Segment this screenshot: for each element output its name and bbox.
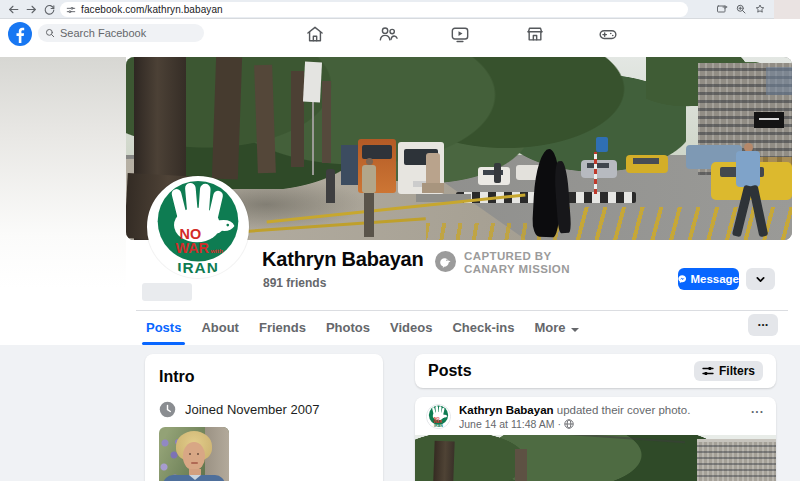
- photo-shape: [364, 193, 374, 237]
- facebook-header: Search Facebook: [0, 19, 800, 57]
- tab-friends[interactable]: Friends: [249, 311, 316, 345]
- photo-shape: [697, 439, 776, 481]
- profile-more-dropdown-button[interactable]: [746, 268, 775, 290]
- gaming-icon[interactable]: [598, 24, 618, 44]
- browser-actions: [716, 3, 766, 15]
- post-menu-button[interactable]: ...: [751, 404, 764, 414]
- logo-word-iran: IRAN: [434, 424, 443, 428]
- browser-forward-icon[interactable]: [25, 3, 38, 16]
- photo-shape: [326, 169, 335, 203]
- photo-shape: [431, 441, 454, 481]
- featured-photo[interactable]: [159, 427, 229, 481]
- tab-posts[interactable]: Posts: [136, 311, 191, 345]
- photo-shape: [189, 453, 191, 455]
- video-icon[interactable]: [450, 24, 470, 44]
- tab-photos[interactable]: Photos: [316, 311, 380, 345]
- photo-shape: [736, 151, 760, 187]
- logo-word-with: with: [209, 247, 223, 254]
- profile-overflow-button[interactable]: ...: [748, 314, 778, 336]
- logo-word-iran: IRAN: [177, 259, 218, 275]
- photo-shape: [754, 112, 784, 128]
- browser-reload-icon[interactable]: [43, 3, 56, 16]
- search-placeholder: Search Facebook: [60, 27, 146, 39]
- message-button[interactable]: Message: [678, 268, 739, 290]
- filters-button[interactable]: Filters: [694, 361, 763, 381]
- loading-placeholder: [142, 283, 192, 301]
- photo-shape: [366, 158, 373, 165]
- photo-shape: [191, 462, 198, 464]
- browser-chrome: facebook.com/kathryn.babayan: [0, 0, 800, 19]
- open-in-window-icon[interactable]: [716, 3, 728, 15]
- profile-name: Kathryn Babayan: [262, 248, 424, 271]
- no-war-logo: NO WAR with IRAN: [150, 179, 246, 275]
- profile-picture[interactable]: NO WAR with IRAN: [147, 176, 249, 278]
- photo-shape: [254, 65, 276, 174]
- post-author[interactable]: Kathryn Babayan: [459, 404, 554, 416]
- posts-header-card: Posts Filters: [415, 354, 776, 388]
- browser-back-icon[interactable]: [7, 3, 20, 16]
- window-edge: [774, 0, 800, 19]
- photo-shape: [515, 449, 527, 481]
- bookmark-star-icon[interactable]: [754, 3, 766, 15]
- post-author-line: Kathryn Babayan updated their cover phot…: [459, 404, 690, 417]
- photo-shape: [291, 71, 304, 167]
- logo-word-no: NO: [434, 416, 440, 421]
- address-bar[interactable]: facebook.com/kathryn.babayan: [60, 2, 688, 17]
- caret-down-icon: [571, 328, 579, 332]
- post-timestamp[interactable]: June 14 at 11:48 AM: [459, 418, 555, 430]
- post-action: updated their cover photo.: [554, 404, 691, 416]
- canary-mission-icon: [435, 251, 456, 272]
- photo-shape: [183, 442, 205, 470]
- facebook-logo-icon[interactable]: [8, 22, 32, 46]
- watermark-line1: CAPTURED BY: [464, 251, 570, 263]
- marketplace-icon[interactable]: [525, 24, 545, 44]
- home-icon[interactable]: [305, 24, 325, 44]
- profile-header-section: NO WAR with IRAN Kathryn Babayan 891 fri…: [0, 57, 800, 345]
- tab-more[interactable]: More: [525, 311, 589, 345]
- post-photo[interactable]: [415, 435, 776, 481]
- page: facebook.com/kathryn.babayan Search Face…: [0, 0, 800, 481]
- photo-shape: [697, 439, 776, 442]
- search-icon: [45, 28, 55, 38]
- globe-icon: [564, 419, 574, 429]
- post-author-avatar[interactable]: NO WAR IRAN: [426, 404, 451, 429]
- photo-shape: [596, 137, 608, 152]
- tab-videos[interactable]: Videos: [380, 311, 442, 345]
- post-header: NO WAR IRAN Kathryn Babayan updated thei…: [415, 397, 776, 430]
- main-content: Intro Joined November 2007: [0, 345, 800, 481]
- watermark-line2: CANARY MISSION: [464, 264, 570, 276]
- photo-shape: [494, 163, 501, 183]
- intro-title: Intro: [159, 368, 369, 386]
- photo-shape: [422, 183, 444, 193]
- posts-title: Posts: [428, 362, 472, 380]
- tab-checkins[interactable]: Check-ins: [442, 311, 524, 345]
- photo-shape: [594, 152, 597, 194]
- watermark: CAPTURED BY CANARY MISSION: [435, 251, 570, 276]
- photo-shape: [212, 57, 242, 179]
- logo-word-war: WAR: [175, 240, 209, 256]
- joined-row: Joined November 2007: [159, 401, 369, 418]
- clock-icon: [159, 401, 176, 418]
- photo-shape: [362, 165, 376, 193]
- page-margin-gradient: [0, 57, 126, 345]
- photo-shape: [766, 67, 792, 95]
- url-text: facebook.com/kathryn.babayan: [81, 4, 223, 15]
- friends-icon[interactable]: [378, 24, 398, 44]
- photo-shape: [341, 145, 359, 185]
- messenger-icon: [678, 273, 686, 285]
- intro-card: Intro Joined November 2007: [145, 354, 383, 481]
- search-input[interactable]: Search Facebook: [38, 24, 204, 42]
- friends-count[interactable]: 891 friends: [263, 276, 326, 290]
- chevron-down-icon: [755, 274, 766, 285]
- photo-shape: [322, 81, 331, 163]
- photo-shape: [426, 153, 440, 185]
- tab-about[interactable]: About: [191, 311, 249, 345]
- joined-text: Joined November 2007: [185, 402, 319, 417]
- post-time-line: June 14 at 11:48 AM ·: [459, 418, 690, 430]
- site-info-icon[interactable]: [66, 5, 76, 15]
- filters-icon: [702, 365, 714, 377]
- tab-more-label: More: [535, 320, 566, 335]
- no-war-logo-small: NO WAR IRAN: [427, 405, 450, 428]
- zoom-in-icon[interactable]: [735, 3, 747, 15]
- photo-shape: [303, 62, 322, 103]
